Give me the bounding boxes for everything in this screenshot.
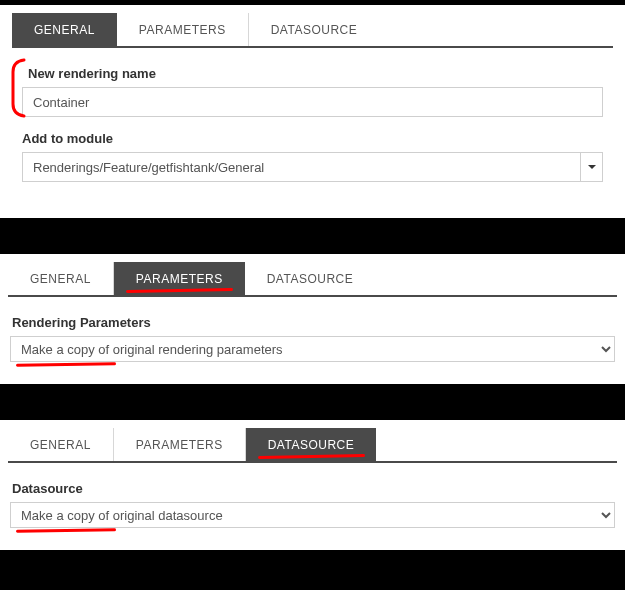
datasource-field: Datasource Make a copy of original datas… — [10, 481, 615, 528]
add-to-module-field: Add to module Renderings/Feature/getfish… — [22, 131, 603, 182]
red-underline-annotation — [16, 362, 116, 367]
add-to-module-value[interactable]: Renderings/Feature/getfishtank/General — [22, 152, 581, 182]
datasource-label: Datasource — [10, 481, 615, 496]
tab-general-3[interactable]: GENERAL — [8, 428, 114, 461]
tab-parameters-2[interactable]: PARAMETERS — [114, 262, 245, 295]
general-panel: GENERAL PARAMETERS DATASOURCE New render… — [0, 5, 625, 218]
add-to-module-dropdown-button[interactable] — [581, 152, 603, 182]
caret-down-icon — [588, 165, 596, 169]
tab-bar-3: GENERAL PARAMETERS DATASOURCE — [8, 428, 617, 463]
rendering-parameters-label: Rendering Parameters — [10, 315, 615, 330]
rendering-parameters-select[interactable]: Make a copy of original rendering parame… — [10, 336, 615, 362]
tab-parameters-3[interactable]: PARAMETERS — [114, 428, 246, 461]
tab-datasource[interactable]: DATASOURCE — [249, 13, 380, 46]
tab-parameters[interactable]: PARAMETERS — [117, 13, 249, 46]
datasource-panel: GENERAL PARAMETERS DATASOURCE Datasource… — [0, 420, 625, 550]
datasource-select[interactable]: Make a copy of original datasource — [10, 502, 615, 528]
rendering-name-field: New rendering name — [22, 66, 603, 117]
tab-datasource-3[interactable]: DATASOURCE — [246, 428, 377, 461]
red-underline-annotation-2 — [16, 528, 116, 533]
tab-datasource-2[interactable]: DATASOURCE — [245, 262, 376, 295]
rendering-name-input[interactable] — [22, 87, 603, 117]
tab-bar-2: GENERAL PARAMETERS DATASOURCE — [8, 262, 617, 297]
parameters-panel: GENERAL PARAMETERS DATASOURCE Rendering … — [0, 254, 625, 384]
tab-general[interactable]: GENERAL — [12, 13, 117, 46]
tab-bar: GENERAL PARAMETERS DATASOURCE — [12, 13, 613, 48]
add-to-module-label: Add to module — [22, 131, 603, 146]
rendering-parameters-field: Rendering Parameters Make a copy of orig… — [10, 315, 615, 362]
tab-general-2[interactable]: GENERAL — [8, 262, 114, 295]
rendering-name-label: New rendering name — [22, 66, 603, 81]
